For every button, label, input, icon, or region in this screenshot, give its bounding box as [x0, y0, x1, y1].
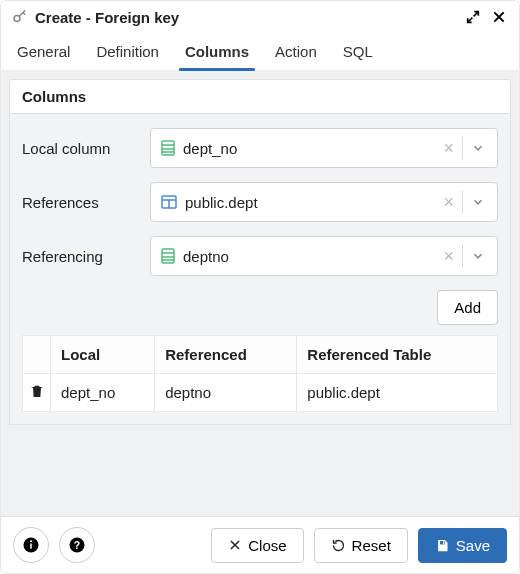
dialog-title: Create - Foreign key: [35, 9, 457, 26]
dialog-footer: ? Close Reset Save: [1, 516, 519, 573]
column-icon: [161, 248, 175, 264]
delete-row-button[interactable]: [29, 383, 45, 399]
dialog-body: Columns Local column dept_no ×: [1, 71, 519, 516]
columns-panel-body: Local column dept_no ×: [9, 114, 511, 425]
svg-rect-14: [162, 249, 174, 263]
cell-referenced: deptno: [155, 374, 297, 412]
referencing-label: Referencing: [22, 248, 150, 265]
svg-point-0: [14, 16, 20, 22]
table-icon: [161, 195, 177, 209]
tab-sql[interactable]: SQL: [341, 35, 375, 70]
table-header-local: Local: [51, 336, 155, 374]
chevron-down-icon[interactable]: [467, 249, 489, 263]
reset-icon: [331, 538, 346, 553]
reset-button-label: Reset: [352, 537, 391, 554]
close-button-label: Close: [248, 537, 286, 554]
close-icon-button[interactable]: [489, 7, 509, 27]
references-label: References: [22, 194, 150, 211]
save-button-label: Save: [456, 537, 490, 554]
columns-panel-title: Columns: [9, 79, 511, 114]
table-header-row: Local Referenced Referenced Table: [23, 336, 498, 374]
info-button[interactable]: [13, 527, 49, 563]
foreign-key-icon: [11, 8, 29, 26]
divider: [462, 137, 463, 159]
local-column-row: Local column dept_no ×: [22, 128, 498, 168]
local-column-select[interactable]: dept_no ×: [150, 128, 498, 168]
local-column-value: dept_no: [183, 140, 439, 157]
local-column-label: Local column: [22, 140, 150, 157]
columns-table: Local Referenced Referenced Table: [22, 335, 498, 412]
close-button[interactable]: Close: [211, 528, 303, 563]
references-row: References public.dept ×: [22, 182, 498, 222]
chevron-down-icon[interactable]: [467, 195, 489, 209]
svg-text:?: ?: [74, 539, 80, 551]
tab-columns[interactable]: Columns: [183, 35, 251, 70]
svg-line-2: [23, 13, 25, 15]
expand-button[interactable]: [463, 7, 483, 27]
svg-rect-26: [443, 541, 444, 544]
referencing-select[interactable]: deptno ×: [150, 236, 498, 276]
add-button[interactable]: Add: [437, 290, 498, 325]
table-row: dept_no deptno public.dept: [23, 374, 498, 412]
clear-references[interactable]: ×: [439, 192, 458, 213]
svg-point-20: [30, 540, 32, 542]
references-select[interactable]: public.dept ×: [150, 182, 498, 222]
clear-local-column[interactable]: ×: [439, 138, 458, 159]
tab-bar: General Definition Columns Action SQL: [1, 31, 519, 71]
save-button[interactable]: Save: [418, 528, 507, 563]
reset-button[interactable]: Reset: [314, 528, 408, 563]
clear-referencing[interactable]: ×: [439, 246, 458, 267]
table-header-referenced: Referenced: [155, 336, 297, 374]
tab-action[interactable]: Action: [273, 35, 319, 70]
svg-rect-19: [30, 544, 32, 549]
add-row: Add: [22, 290, 498, 325]
cell-ref-table: public.dept: [297, 374, 498, 412]
svg-rect-7: [162, 141, 174, 155]
chevron-down-icon[interactable]: [467, 141, 489, 155]
column-icon: [161, 140, 175, 156]
close-icon: [228, 538, 242, 552]
referencing-row: Referencing deptno ×: [22, 236, 498, 276]
cell-local: dept_no: [51, 374, 155, 412]
titlebar: Create - Foreign key: [1, 1, 519, 31]
divider: [462, 191, 463, 213]
help-button[interactable]: ?: [59, 527, 95, 563]
save-icon: [435, 538, 450, 553]
tab-general[interactable]: General: [15, 35, 72, 70]
references-value: public.dept: [185, 194, 439, 211]
referencing-value: deptno: [183, 248, 439, 265]
table-header-delete: [23, 336, 51, 374]
create-foreign-key-dialog: Create - Foreign key General Definition …: [0, 0, 520, 574]
table-header-ref-table: Referenced Table: [297, 336, 498, 374]
tab-definition[interactable]: Definition: [94, 35, 161, 70]
divider: [462, 245, 463, 267]
